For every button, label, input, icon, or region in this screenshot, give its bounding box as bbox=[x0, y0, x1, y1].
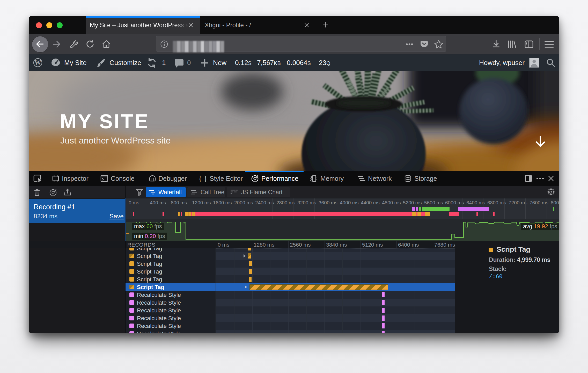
svg-text:W: W bbox=[34, 59, 41, 66]
